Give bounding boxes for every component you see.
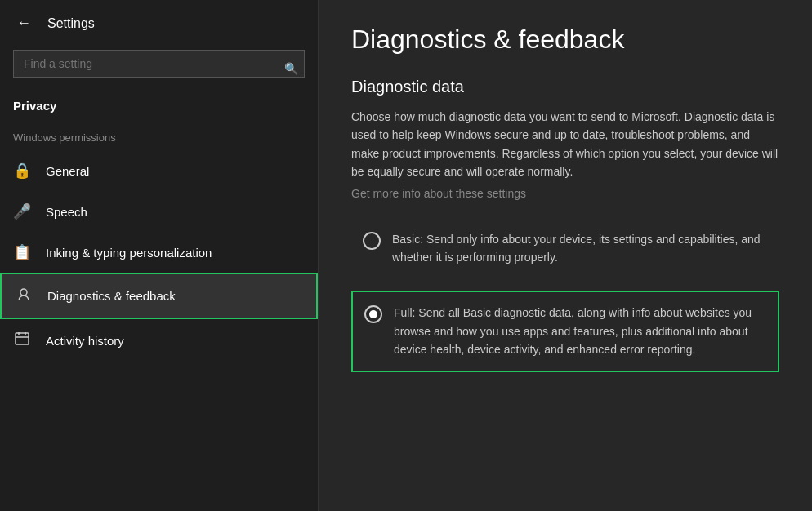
sidebar-item-activity[interactable]: Activity history — [0, 319, 318, 362]
option-basic-label: Basic: Send only info about your device,… — [392, 230, 768, 267]
sidebar-item-diagnostics[interactable]: Diagnostics & feedback — [0, 273, 318, 319]
more-info-link[interactable]: Get more info about these settings — [351, 187, 526, 200]
sidebar-item-speech[interactable]: 🎤 Speech — [0, 191, 318, 232]
section-title: Diagnostic data — [351, 78, 779, 96]
sidebar-item-label: General — [46, 164, 89, 178]
sidebar-item-label: Inking & typing personalization — [46, 246, 212, 260]
sidebar-item-inking[interactable]: 📋 Inking & typing personalization — [0, 232, 318, 273]
search-input[interactable] — [13, 50, 305, 78]
page-title: Diagnostics & feedback — [351, 24, 779, 55]
diagnostics-icon — [15, 286, 33, 306]
option-basic[interactable]: Basic: Send only info about your device,… — [351, 219, 779, 278]
search-icon: 🔍 — [284, 62, 298, 75]
radio-full-selected — [369, 310, 377, 318]
inking-icon: 📋 — [13, 243, 31, 261]
search-button[interactable]: 🔍 — [284, 62, 298, 75]
sidebar: ← Settings 🔍 Privacy Windows permissions… — [0, 0, 319, 511]
sidebar-header: ← Settings — [0, 0, 318, 47]
option-full-label: Full: Send all Basic diagnostic data, al… — [394, 304, 766, 358]
radio-basic[interactable] — [363, 232, 381, 250]
radio-full[interactable] — [364, 305, 382, 323]
windows-permissions-label: Windows permissions — [0, 118, 318, 150]
sidebar-item-general[interactable]: 🔒 General — [0, 150, 318, 191]
back-icon: ← — [16, 15, 31, 32]
search-container: 🔍 — [0, 47, 318, 91]
lock-icon: 🔒 — [13, 162, 31, 180]
svg-point-0 — [20, 289, 27, 295]
sidebar-item-label: Activity history — [46, 334, 124, 348]
description-text: Choose how much diagnostic data you want… — [351, 108, 779, 181]
svg-rect-1 — [16, 333, 29, 344]
back-button[interactable]: ← — [13, 11, 34, 35]
sidebar-item-label: Diagnostics & feedback — [47, 289, 176, 303]
privacy-label: Privacy — [13, 99, 56, 113]
main-content: Diagnostics & feedback Diagnostic data C… — [319, 0, 812, 511]
activity-icon — [13, 331, 31, 351]
speech-icon: 🎤 — [13, 202, 31, 220]
privacy-section: Privacy — [0, 91, 318, 118]
options-container: Basic: Send only info about your device,… — [351, 219, 779, 372]
sidebar-item-label: Speech — [46, 205, 87, 219]
sidebar-title: Settings — [47, 16, 95, 31]
option-full[interactable]: Full: Send all Basic diagnostic data, al… — [351, 291, 779, 371]
